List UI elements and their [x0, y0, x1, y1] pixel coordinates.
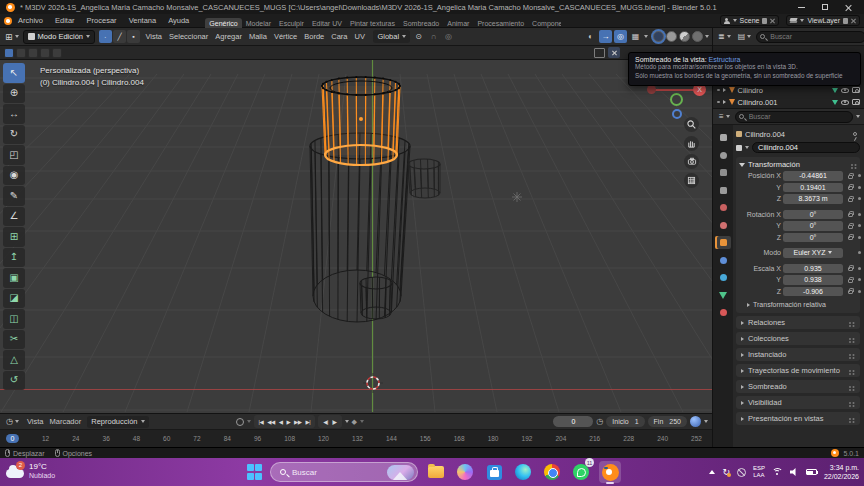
frame-tick[interactable]: 60 [163, 435, 170, 442]
value-field[interactable]: 8.3673 m [783, 194, 843, 204]
collapsed-panel-header[interactable]: Presentación en vistas [736, 412, 860, 425]
header-toggle-button[interactable]: ◎ [614, 30, 627, 43]
animate-dot-icon[interactable] [858, 197, 861, 200]
select-mode-button[interactable]: ╱ [113, 30, 126, 43]
clock-widget[interactable]: 3:34 p.m. 22/02/2026 [824, 463, 859, 481]
render-camera-icon[interactable] [852, 87, 860, 93]
header-toggle-button[interactable]: ▦ [629, 30, 642, 43]
properties-tab[interactable] [715, 184, 731, 197]
frame-tick[interactable]: 168 [454, 435, 465, 442]
playback-button[interactable]: ▶| [306, 419, 311, 425]
camera-view-icon[interactable] [684, 154, 699, 169]
playback-menu[interactable]: Reproducción [87, 416, 148, 428]
object-types-icon[interactable] [594, 48, 605, 58]
y-axis-handle[interactable] [670, 93, 683, 106]
workspace-tab[interactable]: Procesamiento [473, 18, 528, 28]
tool-button[interactable]: ◫ [3, 309, 25, 329]
frame-tick[interactable]: 120 [318, 435, 329, 442]
tool-option-button[interactable] [4, 48, 14, 58]
tool-button[interactable]: ↔ [3, 104, 25, 124]
playback-button[interactable]: ◀◀ [267, 419, 274, 425]
pan-hand-icon[interactable] [684, 136, 699, 151]
tool-button[interactable]: ✎ [3, 186, 25, 206]
viewport-menu-item[interactable]: Vértice [270, 32, 300, 41]
visibility-eye-icon[interactable] [841, 100, 849, 105]
chrome-icon[interactable] [541, 461, 563, 483]
delete-viewlayer-icon[interactable] [851, 18, 856, 23]
frame-tick[interactable]: 180 [488, 435, 499, 442]
lock-icon[interactable] [848, 175, 853, 179]
value-field[interactable]: 0.938 [783, 275, 843, 285]
animate-dot-icon[interactable] [858, 186, 861, 189]
taskbar-search-input[interactable] [292, 468, 362, 477]
tool-button[interactable]: ◉ [3, 166, 25, 186]
snap-magnet-button[interactable]: ∩ [427, 30, 440, 43]
tool-button[interactable]: ▣ [3, 268, 25, 288]
volume-icon[interactable] [790, 468, 799, 476]
properties-tab[interactable] [715, 236, 731, 249]
whatsapp-icon[interactable]: 11 [570, 461, 592, 483]
menu-item[interactable]: Ventana [123, 16, 163, 25]
frame-tick[interactable]: 24 [72, 435, 79, 442]
frame-tick[interactable]: 12 [42, 435, 49, 442]
properties-editor-button[interactable]: ≡ [717, 112, 732, 121]
language-indicator[interactable]: ESPLAA [753, 465, 765, 479]
value-field[interactable]: 0.935 [783, 264, 843, 274]
properties-tab[interactable] [715, 201, 731, 214]
frame-step-button[interactable]: |▶ [332, 419, 337, 425]
frame-tick[interactable]: 96 [254, 435, 261, 442]
tool-button[interactable]: ⊕ [3, 84, 25, 104]
microsoft-store-icon[interactable] [483, 461, 505, 483]
timeline-editor-button[interactable]: ◷ [4, 417, 21, 426]
frame-tick[interactable]: 252 [691, 435, 702, 442]
collapsed-panel-header[interactable]: Colecciones [736, 332, 860, 345]
value-field[interactable]: 0° [783, 233, 843, 243]
select-mode-button[interactable]: ∙ [99, 30, 112, 43]
animate-dot-icon[interactable] [858, 290, 861, 293]
navigation-gizmo[interactable]: X [646, 80, 708, 122]
lock-icon[interactable] [848, 279, 853, 283]
tool-option-button[interactable] [40, 48, 50, 58]
value-field[interactable]: 0° [783, 221, 843, 231]
mode-dropdown[interactable]: Modo Edición [23, 30, 95, 44]
properties-search-input[interactable] [735, 111, 853, 123]
new-scene-icon[interactable] [762, 18, 767, 24]
playback-button[interactable]: ◀ [279, 419, 283, 425]
workspace-tab[interactable]: Esculpir [275, 18, 308, 28]
tool-button[interactable]: ↺ [3, 371, 25, 391]
neg-x-axis-handle[interactable] [647, 85, 656, 94]
new-viewlayer-icon[interactable] [843, 18, 848, 24]
blender-taskbar-icon[interactable] [599, 461, 621, 483]
collapsed-panel-header[interactable]: Visibilidad [736, 396, 860, 409]
chevron-down-icon[interactable] [856, 115, 860, 118]
menu-item[interactable]: Procesar [81, 16, 123, 25]
frame-step-button[interactable]: ◀| [323, 419, 328, 425]
orthographic-grid-icon[interactable] [684, 173, 699, 188]
frame-tick[interactable]: 204 [555, 435, 566, 442]
zoom-icon[interactable] [684, 117, 699, 132]
shading-rendered-button[interactable] [692, 31, 703, 42]
workspace-tab[interactable]: Animar [443, 18, 473, 28]
animate-dot-icon[interactable] [858, 278, 861, 281]
properties-tab[interactable] [715, 131, 731, 144]
proportional-edit-button[interactable]: ◎ [442, 30, 455, 43]
collapsed-panel-header[interactable]: Sombreado [736, 380, 860, 393]
properties-tab[interactable] [715, 254, 731, 267]
lock-icon[interactable] [848, 213, 853, 217]
shading-wireframe-button[interactable] [653, 31, 664, 42]
edge-icon[interactable] [512, 461, 534, 483]
start-button[interactable] [246, 464, 263, 481]
value-field[interactable]: -0.44861 [783, 171, 843, 181]
subpanel-header[interactable]: Transformación relativa [739, 299, 857, 310]
weather-widget[interactable]: 2 19°C Nublado [6, 462, 55, 479]
workspace-tab[interactable]: Pintar texturas [346, 18, 399, 28]
viewlayer-selector[interactable]: ViewLayer [786, 15, 860, 26]
tool-button[interactable]: ✂ [3, 330, 25, 350]
timeline-ruler[interactable]: 0122436486072849610812013214415616818019… [0, 430, 712, 447]
lock-icon[interactable] [848, 198, 853, 202]
properties-tab[interactable] [715, 289, 731, 302]
animate-dot-icon[interactable] [858, 267, 861, 270]
panel-header[interactable]: Transformación [739, 159, 857, 170]
frame-tick[interactable]: 72 [193, 435, 200, 442]
tool-button[interactable]: ↥ [3, 248, 25, 268]
